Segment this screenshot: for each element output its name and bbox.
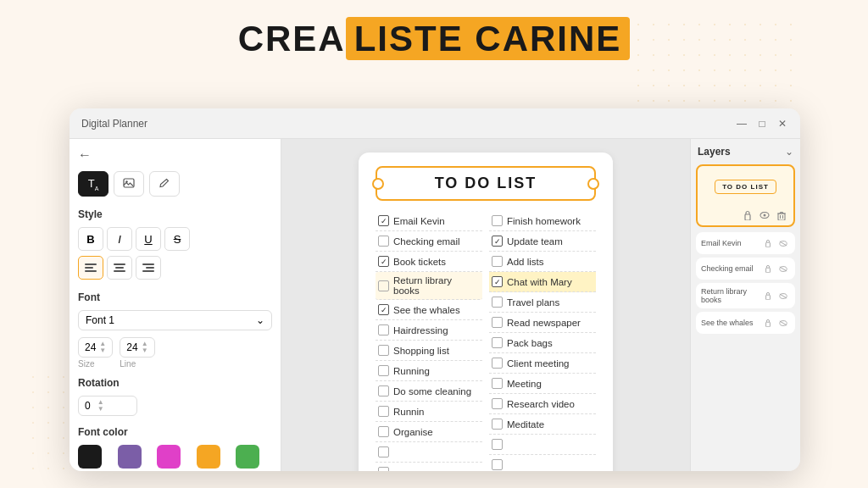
todo-checkbox[interactable] xyxy=(378,324,389,336)
layer-text-row: Return library books xyxy=(696,283,795,308)
todo-checkbox[interactable] xyxy=(492,215,503,226)
pen-tool-button[interactable] xyxy=(149,171,180,197)
rotation-input[interactable]: 0 ▲▼ xyxy=(78,396,137,416)
color-pink[interactable] xyxy=(157,445,181,469)
close-button[interactable]: ✕ xyxy=(776,118,788,130)
layer-lock-button[interactable] xyxy=(741,208,754,222)
todo-checkbox[interactable] xyxy=(378,467,389,471)
layer-visibility-button[interactable] xyxy=(776,289,790,302)
text-tool-button[interactable]: TA xyxy=(78,171,108,197)
todo-item: Meditate xyxy=(489,414,596,435)
todo-item-text: Email Kevin xyxy=(393,216,445,226)
todo-checkbox[interactable] xyxy=(492,459,503,470)
font-size-value: 24 xyxy=(85,341,96,353)
todo-item-text: Add lists xyxy=(507,257,543,267)
todo-checkbox[interactable] xyxy=(378,365,389,376)
minimize-button[interactable]: — xyxy=(736,118,748,130)
font-color-label: Font color xyxy=(78,426,272,438)
chevron-down-icon: ⌄ xyxy=(256,314,264,326)
todo-checkbox[interactable] xyxy=(378,304,389,315)
todo-item-text: Runnin xyxy=(393,407,424,417)
todo-checkbox[interactable] xyxy=(492,398,503,409)
todo-checkbox[interactable] xyxy=(378,345,389,356)
todo-item-highlighted: Return library books xyxy=(376,272,482,300)
svg-rect-6 xyxy=(766,242,771,247)
todo-checkbox[interactable] xyxy=(492,276,503,287)
todo-checkbox[interactable] xyxy=(492,439,503,450)
align-right-button[interactable] xyxy=(136,256,161,280)
layers-header: Layers ⌄ xyxy=(696,146,795,158)
title-black: CREA xyxy=(238,19,346,58)
layer-item-checking-email[interactable]: Checking email xyxy=(696,258,795,280)
todo-checkbox[interactable] xyxy=(492,236,503,247)
todo-checkbox[interactable] xyxy=(492,256,503,267)
color-purple[interactable] xyxy=(118,445,142,469)
todo-item: Travel plans xyxy=(489,292,596,313)
font-selector[interactable]: Font 1 ⌄ xyxy=(78,310,272,330)
line-label: Line xyxy=(120,359,154,369)
todo-checkbox[interactable] xyxy=(378,215,389,226)
svg-rect-15 xyxy=(766,322,771,327)
layer-icon-group xyxy=(761,289,790,302)
color-black[interactable] xyxy=(78,445,102,469)
layer-lock-button[interactable] xyxy=(761,289,775,302)
back-button[interactable]: ← xyxy=(78,147,92,163)
todo-checkbox[interactable] xyxy=(378,446,389,458)
image-tool-button[interactable] xyxy=(114,171,144,197)
todo-checkbox[interactable] xyxy=(378,426,389,437)
todo-item: Organise xyxy=(376,422,482,442)
layer-visibility-button[interactable] xyxy=(776,262,790,275)
todo-item: Running xyxy=(376,361,482,381)
layer-preview: TO DO LIST xyxy=(698,166,793,207)
layer-item-return-library-books[interactable]: Return library books xyxy=(696,283,795,308)
layers-title: Layers xyxy=(698,146,731,158)
font-size-input[interactable]: 24 ▲▼ xyxy=(78,337,113,358)
layer-delete-button[interactable] xyxy=(775,208,788,222)
layer-visibility-button[interactable] xyxy=(776,316,790,330)
align-left-button[interactable] xyxy=(78,256,103,280)
todo-item: Pack bags xyxy=(489,333,596,353)
todo-checkbox[interactable] xyxy=(492,297,503,308)
rotation-stepper[interactable]: ▲▼ xyxy=(97,399,104,413)
todo-checkbox[interactable] xyxy=(378,385,389,396)
todo-item-text: Shopping list xyxy=(393,346,449,356)
todo-checkbox[interactable] xyxy=(492,419,503,430)
italic-button[interactable]: I xyxy=(107,227,132,251)
layer-lock-button[interactable] xyxy=(761,262,775,275)
bold-button[interactable]: B xyxy=(78,227,103,251)
todo-checkbox[interactable] xyxy=(378,256,389,267)
layer-lock-button[interactable] xyxy=(761,236,775,250)
align-buttons xyxy=(78,256,272,280)
todo-checkbox[interactable] xyxy=(378,406,389,417)
layer-lock-button[interactable] xyxy=(761,316,775,330)
todo-checkbox[interactable] xyxy=(492,317,503,328)
font-line-input[interactable]: 24 ▲▼ xyxy=(120,337,154,358)
color-green[interactable] xyxy=(236,445,259,469)
align-center-button[interactable] xyxy=(107,256,132,280)
todo-checkbox[interactable] xyxy=(492,358,503,369)
todo-item: Add lists xyxy=(489,252,596,272)
todo-left-column: Email Kevin Checking email Book tickets xyxy=(376,211,482,471)
underline-button[interactable]: U xyxy=(136,227,161,251)
layer-item-todo-header[interactable]: TO DO LIST xyxy=(696,164,795,227)
color-orange[interactable] xyxy=(197,445,220,469)
maximize-button[interactable]: □ xyxy=(756,118,768,130)
color-swatches xyxy=(78,445,272,471)
layers-collapse-icon[interactable]: ⌄ xyxy=(785,146,793,158)
todo-item: Client meeting xyxy=(489,353,596,374)
layer-visibility-button[interactable] xyxy=(776,236,790,250)
layer-visibility-button[interactable] xyxy=(758,208,771,222)
strikethrough-button[interactable]: S xyxy=(164,227,190,251)
layer-text-row: See the whales xyxy=(696,312,795,334)
font-size-stepper[interactable]: ▲▼ xyxy=(99,341,106,354)
todo-checkbox[interactable] xyxy=(492,378,503,389)
layer-item-email-kevin[interactable]: Email Kevin xyxy=(696,232,795,254)
todo-item-text: Client meeting xyxy=(507,358,570,369)
font-line-stepper[interactable]: ▲▼ xyxy=(142,341,148,354)
svg-rect-9 xyxy=(766,268,771,273)
todo-checkbox[interactable] xyxy=(378,280,389,291)
todo-checkbox[interactable] xyxy=(378,236,389,247)
style-label: Style xyxy=(78,208,272,220)
todo-checkbox[interactable] xyxy=(492,337,503,348)
layer-item-see-the-whales[interactable]: See the whales xyxy=(696,312,795,334)
